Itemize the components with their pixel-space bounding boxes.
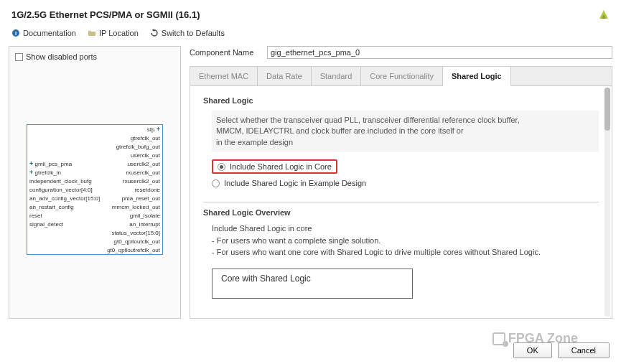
cancel-button[interactable]: Cancel — [558, 342, 610, 358]
radio-include-in-core[interactable]: Include Shared Logic in Core — [212, 159, 337, 174]
port-sfp: sfp — [147, 126, 155, 133]
xilinx-logo-icon — [598, 9, 610, 20]
dialog-title: 1G/2.5G Ethernet PCS/PMA or SGMII (16.1) — [11, 9, 200, 20]
component-name-input[interactable] — [267, 46, 612, 59]
svg-text:i: i — [15, 30, 17, 37]
port-resetdone: resetdone — [134, 187, 160, 193]
shared-logic-heading: Shared Logic — [203, 96, 599, 105]
tab-core-functionality[interactable]: Core Functionality — [361, 67, 443, 85]
port-independent-clock: independent_clock_bufg — [29, 178, 92, 185]
block-diagram-panel: Show disabled ports sfp + gtrefclk_out g… — [9, 46, 181, 319]
tab-content: Shared Logic Select whether the transcei… — [190, 86, 612, 318]
ok-button[interactable]: OK — [513, 342, 552, 358]
port-an-restart: an_restart_config — [29, 204, 74, 210]
radio-icon — [218, 163, 225, 171]
port-an-interrupt: an_interrupt — [129, 221, 160, 228]
radio-include-in-example-label: Include Shared Logic in Example Design — [224, 179, 366, 187]
folder-icon — [88, 29, 96, 37]
core-diagram-title: Core with Shared Logic — [221, 274, 403, 284]
tab-ethernet-mac[interactable]: Ethernet MAC — [190, 67, 258, 85]
radio-include-in-example[interactable]: Include Shared Logic in Example Design — [212, 177, 599, 189]
ip-block-symbol[interactable]: sfp + gtrefclk_out gtrefclk_bufg_out use… — [27, 124, 163, 255]
switch-defaults-label: Switch to Defaults — [162, 29, 225, 37]
port-gmii-pcs-pma: gmii_pcs_pma — [35, 161, 73, 167]
toolbar: i Documentation IP Location Switch to De… — [0, 26, 621, 46]
radio-icon — [212, 179, 220, 187]
show-disabled-checkbox[interactable] — [15, 53, 23, 61]
port-config-vector: configuration_vector[4:0] — [29, 187, 93, 193]
port-signal-detect: signal_detect — [29, 221, 63, 228]
port-userclk2-out: userclk2_out — [128, 161, 160, 167]
overview-heading: Shared Logic Overview — [203, 208, 599, 217]
port-rxuserclk-out: rxuserclk_out — [126, 169, 160, 176]
tab-bar: Ethernet MAC Data Rate Standard Core Fun… — [190, 67, 612, 86]
ip-location-link[interactable]: IP Location — [88, 29, 139, 37]
port-gtrefclk-in: gtrefclk_in — [35, 169, 61, 176]
ip-location-label: IP Location — [99, 29, 139, 37]
port-status-vector: status_vector[15:0] — [111, 230, 160, 236]
port-gtrefclk-bufg-out: gtrefclk_bufg_out — [116, 144, 160, 150]
port-an-adv-config: an_adv_config_vector[15:0] — [29, 195, 100, 202]
info-icon: i — [11, 29, 20, 37]
port-mmcm-locked: mmcm_locked_out — [112, 204, 160, 210]
port-pma-reset-out: pma_reset_out — [122, 195, 160, 202]
shared-logic-description: Select whether the transceiver quad PLL,… — [212, 111, 599, 152]
radio-include-in-core-label: Include Shared Logic in Core — [230, 162, 332, 171]
port-gtrefclk-out: gtrefclk_out — [131, 135, 160, 141]
port-rxuserclk2-out: rxuserclk2_out — [123, 178, 160, 185]
refresh-icon — [150, 29, 159, 37]
core-diagram-box: Core with Shared Logic — [212, 269, 413, 299]
port-gt0-qplloutclk: gt0_qplloutclk_out — [114, 238, 161, 245]
port-reset: reset — [29, 213, 42, 219]
port-gt0-qplloutrefclk: gt0_qplloutrefclk_out — [107, 247, 160, 253]
scrollbar[interactable] — [604, 88, 610, 317]
divider — [203, 202, 599, 202]
tab-shared-logic[interactable]: Shared Logic — [443, 67, 511, 86]
documentation-link[interactable]: i Documentation — [11, 29, 76, 37]
tab-data-rate[interactable]: Data Rate — [258, 67, 312, 85]
tab-standard[interactable]: Standard — [312, 67, 362, 85]
port-userclk-out: userclk_out — [131, 152, 160, 159]
documentation-label: Documentation — [23, 29, 76, 37]
overview-text: Include Shared Logic in core - For users… — [203, 223, 599, 258]
switch-defaults-link[interactable]: Switch to Defaults — [150, 29, 225, 37]
show-disabled-label: Show disabled ports — [26, 52, 97, 61]
scrollbar-thumb[interactable] — [604, 88, 610, 131]
port-gmii-isolate: gmii_isolate — [130, 213, 160, 219]
component-name-label: Component Name — [190, 48, 261, 57]
